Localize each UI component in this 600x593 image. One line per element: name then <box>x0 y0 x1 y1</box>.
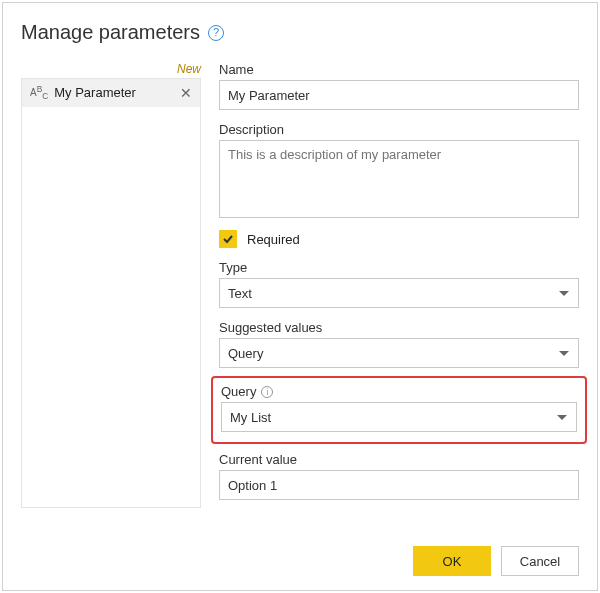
query-field-highlight: Query i My List <box>211 376 587 444</box>
query-label: Query <box>221 384 256 399</box>
parameter-list: ABC My Parameter ✕ <box>21 78 201 508</box>
new-parameter-link[interactable]: New <box>21 62 201 76</box>
manage-parameters-dialog: Manage parameters ? New ABC My Parameter… <box>2 2 598 591</box>
required-checkbox[interactable] <box>219 230 237 248</box>
query-value: My List <box>230 410 271 425</box>
suggested-values-select[interactable]: Query <box>219 338 579 368</box>
chevron-down-icon <box>559 351 569 356</box>
cancel-button[interactable]: Cancel <box>501 546 579 576</box>
info-icon[interactable]: i <box>261 386 273 398</box>
ok-button[interactable]: OK <box>413 546 491 576</box>
description-label: Description <box>219 122 579 137</box>
parameter-list-item[interactable]: ABC My Parameter ✕ <box>22 79 200 107</box>
remove-parameter-icon[interactable]: ✕ <box>180 86 192 100</box>
parameter-form: Name Description Required Type Text Sugg… <box>219 62 579 508</box>
type-select[interactable]: Text <box>219 278 579 308</box>
name-input[interactable] <box>219 80 579 110</box>
help-icon[interactable]: ? <box>208 25 224 41</box>
chevron-down-icon <box>559 291 569 296</box>
chevron-down-icon <box>557 415 567 420</box>
parameter-item-name: My Parameter <box>54 85 180 100</box>
check-icon <box>222 233 234 245</box>
required-label: Required <box>247 232 300 247</box>
suggested-values-value: Query <box>228 346 263 361</box>
query-select[interactable]: My List <box>221 402 577 432</box>
dialog-footer: OK Cancel <box>413 546 579 576</box>
parameter-sidebar: New ABC My Parameter ✕ <box>21 62 201 508</box>
type-value: Text <box>228 286 252 301</box>
text-type-icon: ABC <box>30 85 48 101</box>
description-input[interactable] <box>219 140 579 218</box>
dialog-header: Manage parameters ? <box>21 21 579 44</box>
current-value-label: Current value <box>219 452 579 467</box>
suggested-values-label: Suggested values <box>219 320 579 335</box>
type-label: Type <box>219 260 579 275</box>
dialog-title: Manage parameters <box>21 21 200 44</box>
current-value-input[interactable] <box>219 470 579 500</box>
name-label: Name <box>219 62 579 77</box>
